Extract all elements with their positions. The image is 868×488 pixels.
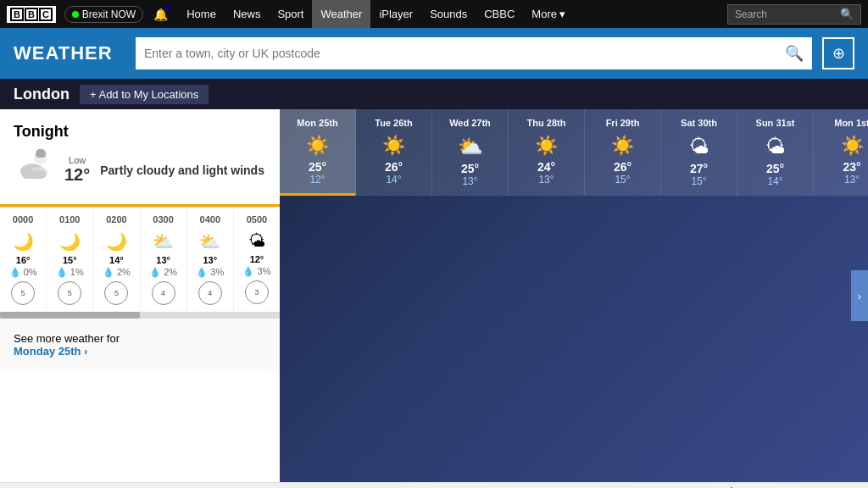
tonight-title: Tonight — [14, 123, 266, 141]
hour-col-0200: 0200 🌙 14° 💧 2% 5 — [93, 208, 140, 312]
live-dot — [72, 11, 79, 18]
top-search-icon[interactable]: 🔍 — [840, 8, 854, 20]
tonight-weather-icon — [14, 149, 54, 191]
forecast-day-3[interactable]: Thu 28th ☀️ 24° 13° — [509, 109, 585, 196]
forecast-container: Mon 25th ☀️ 25° 12° Tue 26th ☀️ 26° 14° … — [280, 109, 868, 196]
add-location-button[interactable]: + Add to My Locations — [80, 85, 209, 104]
hour-wind-1: 5 — [58, 281, 81, 305]
hour-col-0000: 0000 🌙 16° 💧 0% 5 — [0, 208, 47, 312]
hourly-scroll-thumb — [0, 312, 140, 319]
forecast-icon-1: ☀️ — [382, 135, 405, 157]
forecast-high-5: 27° — [690, 162, 708, 175]
forecast-low-2: 13° — [462, 175, 477, 187]
forecast-icon-6: 🌤 — [765, 135, 786, 158]
tonight-temp: Low 12° — [64, 155, 90, 185]
forecast-date-0: Mon 25th — [297, 118, 337, 128]
notification-dot — [164, 6, 170, 11]
forecast-high-7: 23° — [843, 160, 860, 174]
brexit-label: Brexit NOW — [82, 8, 136, 20]
hour-temp-0: 16° — [16, 255, 31, 265]
nav-iplayer[interactable]: iPlayer — [370, 0, 421, 28]
nav-sport[interactable]: Sport — [269, 0, 312, 28]
forecast-day-2[interactable]: Wed 27th ⛅ 25° 13° — [432, 109, 509, 196]
location-name: London — [14, 86, 70, 103]
hour-precip-3: 💧 2% — [149, 267, 177, 278]
forecast-icon-5: 🌤 — [689, 135, 709, 158]
nav-weather[interactable]: Weather — [312, 0, 370, 28]
forecast-high-4: 26° — [614, 160, 632, 174]
hour-wind-0: 5 — [11, 281, 35, 305]
forecast-low-7: 13° — [844, 174, 860, 186]
forecast-date-2: Wed 27th — [449, 118, 491, 128]
hour-temp-2: 14° — [109, 255, 124, 265]
forecast-day-6[interactable]: Sun 31st 🌤 25° 14° — [737, 109, 814, 196]
forecast-high-6: 25° — [766, 162, 784, 175]
forecast-icon-4: ☀️ — [611, 135, 634, 157]
forecast-low-0: 12° — [309, 174, 325, 186]
weather-logo: WEATHER — [14, 42, 115, 64]
bbc-logo[interactable]: BBC — [7, 6, 56, 23]
nav-more[interactable]: More ▾ — [523, 0, 574, 28]
hour-temp-5: 12° — [250, 254, 264, 264]
hour-label-0: 0000 — [13, 214, 33, 225]
nav-sounds[interactable]: Sounds — [421, 0, 476, 28]
hour-label-4: 0400 — [200, 214, 220, 225]
forecast-low-1: 14° — [386, 174, 401, 186]
forecast-high-1: 26° — [385, 160, 403, 174]
top-search-bar[interactable]: 🔍 — [727, 4, 861, 25]
see-more-link[interactable]: Monday 25th › — [14, 345, 87, 358]
nav-news[interactable]: News — [225, 0, 270, 28]
location-bar: London + Add to My Locations — [0, 79, 868, 109]
forecast-date-5: Sat 30th — [681, 118, 717, 128]
top-search-input[interactable] — [735, 8, 837, 20]
hour-icon-0: 🌙 — [13, 231, 34, 252]
hour-temp-3: 13° — [156, 255, 170, 265]
right-panel: Mon 25th ☀️ 25° 12° Tue 26th ☀️ 26° 14° … — [280, 109, 868, 482]
hour-label-3: 0300 — [153, 214, 173, 225]
hour-icon-3: ⛅ — [153, 231, 174, 252]
weather-search-icon[interactable]: 🔍 — [785, 44, 804, 63]
nav-home[interactable]: Home — [178, 0, 225, 28]
footer-bar: ⏱ Last updated today at 23:15 — [0, 482, 868, 488]
hourly-scrollbar[interactable] — [0, 312, 280, 319]
notifications-bell[interactable]: 🔔 — [153, 8, 168, 21]
forecast-date-4: Fri 29th — [606, 118, 640, 128]
forecast-day-5[interactable]: Sat 30th 🌤 27° 15° — [661, 109, 737, 196]
forecast-icon-3: ☀️ — [535, 135, 558, 157]
hour-temp-1: 15° — [63, 255, 77, 265]
forecast-icon-0: ☀️ — [306, 135, 329, 157]
forecast-high-2: 25° — [461, 162, 479, 175]
hour-icon-5: 🌤 — [248, 231, 265, 251]
hour-col-0300: 0300 ⛅ 13° 💧 2% 4 — [141, 208, 187, 312]
forecast-day-0[interactable]: Mon 25th ☀️ 25° 12° — [280, 109, 356, 196]
hour-label-5: 0500 — [247, 214, 267, 225]
hour-icon-2: 🌙 — [106, 231, 127, 252]
forecast-low-3: 13° — [538, 174, 554, 186]
weather-search-input[interactable] — [144, 47, 778, 60]
see-more-section: See more weather for Monday 25th › — [0, 319, 280, 371]
forecast-date-6: Sun 31st — [756, 118, 795, 128]
forecast-high-3: 24° — [537, 160, 555, 174]
forecast-low-4: 15° — [615, 174, 630, 186]
forecast-day-4[interactable]: Fri 29th ☀️ 26° 15° — [585, 109, 661, 196]
nav-cbbc[interactable]: CBBC — [476, 0, 523, 28]
forecast-day-7[interactable]: Mon 1st ☀️ 23° 13° — [814, 109, 868, 196]
weather-search-container: 🔍 — [136, 37, 812, 69]
forecast-day-1[interactable]: Tue 26th ☀️ 26° 14° — [356, 109, 432, 196]
hour-precip-2: 💧 2% — [103, 267, 131, 278]
hour-icon-4: ⛅ — [199, 231, 220, 252]
hour-wind-2: 5 — [104, 281, 128, 305]
tonight-low-label: Low — [69, 155, 86, 165]
hour-precip-4: 💧 3% — [196, 267, 224, 278]
left-panel: Tonight Low 12° Partly cloudy a — [0, 109, 280, 482]
hour-col-0100: 0100 🌙 15° 💧 1% 5 — [47, 208, 93, 312]
tonight-description: Partly cloudy and light winds — [100, 164, 264, 177]
forecast-scroll-right[interactable]: › — [851, 270, 868, 321]
hour-wind-5: 3 — [245, 280, 269, 304]
location-target-button[interactable]: ⊕ — [822, 37, 854, 69]
hour-wind-3: 4 — [152, 281, 175, 305]
forecast-date-7: Mon 1st — [834, 118, 868, 128]
hour-label-1: 0100 — [59, 214, 80, 225]
hour-col-0500: 0500 🌤 12° 💧 3% 3 — [234, 208, 280, 312]
brexit-now-pill[interactable]: Brexit NOW — [64, 6, 143, 23]
